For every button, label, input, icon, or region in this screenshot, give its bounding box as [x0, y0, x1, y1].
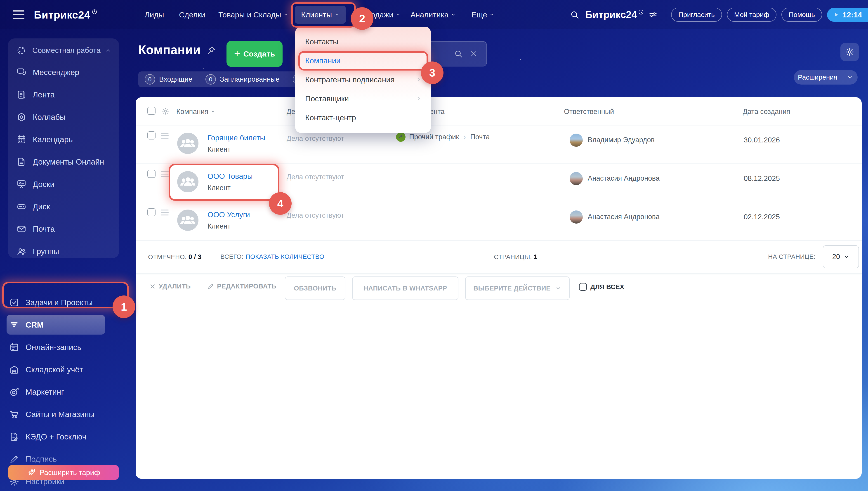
extensions-button[interactable]: Расширения [794, 70, 858, 85]
whatsapp-button[interactable]: НАПИСАТЬ В WHATSAPP [352, 277, 458, 300]
nav-item[interactable]: Продажи [361, 0, 400, 29]
chevron-up-icon [104, 47, 112, 54]
menu-icon[interactable] [13, 10, 24, 19]
timer-widget[interactable]: 12:14 [827, 8, 868, 22]
sidebar-item-задачи и проекты[interactable]: Задачи и Проекты [0, 291, 127, 314]
people-avatar-icon [177, 209, 199, 231]
counter-chip[interactable]: 0 Входящие [145, 74, 192, 85]
marked-counter: ОТМЕЧЕНО:0 / 3 [148, 253, 202, 261]
topbar-right: Битрикс24 Пригласить Мой тариф Помощь 12… [570, 0, 868, 29]
sidebar-item[interactable]: Почта [8, 218, 119, 240]
responsible-name[interactable]: Анастасия Андронова [588, 174, 660, 182]
activities-status: Дела отсутствуют [287, 211, 344, 220]
sidebar-group-panel: Совместная работа Мессенджер Лента Колла… [8, 38, 119, 258]
company-link[interactable]: Горящие билеты [208, 134, 265, 142]
sidebar-item[interactable]: Доски [8, 173, 119, 195]
chevron-down-icon [396, 12, 400, 17]
sidebar-item-кэдо + госключ[interactable]: КЭДО + Госключ [0, 426, 127, 448]
drag-handle-icon[interactable] [161, 171, 169, 177]
drag-handle-icon[interactable] [161, 209, 169, 215]
close-icon [150, 284, 155, 289]
counter-chip[interactable]: 0 Запланированные [206, 74, 279, 85]
sliders-icon[interactable] [649, 10, 658, 19]
sidebar-item-crm[interactable]: CRM [0, 314, 127, 336]
sidebar-item-складской учёт[interactable]: Складской учёт [0, 358, 127, 381]
search-icon[interactable] [454, 49, 463, 58]
sidebar-item-сайты и магазины[interactable]: Сайты и Магазины [0, 403, 127, 426]
company-type: Клиент [208, 145, 231, 153]
messenger-icon [16, 67, 27, 78]
menu-item-4[interactable]: Контакт-центр [295, 108, 431, 127]
sidebar-item[interactable]: Диск [8, 195, 119, 218]
column-header[interactable]: Компания [176, 108, 215, 116]
nav-item[interactable]: Лиды [145, 0, 164, 29]
row-checkbox[interactable] [147, 170, 155, 178]
column-header[interactable]: Дата создания [743, 108, 790, 116]
responsible-name[interactable]: Владимир Эдуардов [588, 136, 655, 144]
search-icon[interactable] [570, 10, 579, 20]
per-page-select[interactable]: 20 [823, 245, 859, 268]
shop-icon [9, 409, 20, 420]
invite-button[interactable]: Пригласить [671, 8, 722, 22]
sidebar-item[interactable]: Документы Онлайн [8, 150, 119, 173]
show-count-link[interactable]: ПОКАЗАТЬ КОЛИЧЕСТВО [246, 253, 324, 260]
sidebar-item-маркетинг[interactable]: Маркетинг [0, 381, 127, 403]
rocket-icon [27, 468, 35, 477]
company-type: Клиент [208, 184, 231, 192]
gear-icon[interactable] [161, 107, 170, 115]
nav-item[interactable]: Еще [472, 0, 495, 29]
sidebar-item[interactable]: Мессенджер [8, 61, 119, 83]
edit-button[interactable]: РЕДАКТИРОВАТЬ [208, 283, 276, 290]
company-link[interactable]: ООО Товары [208, 172, 253, 181]
sidebar-group-header[interactable]: Совместная работа [8, 41, 119, 59]
menu-item-2[interactable]: Контрагенты подписания [295, 70, 431, 89]
for-all-checkbox[interactable]: ДЛЯ ВСЕХ [579, 283, 624, 291]
traffic-source-icon [396, 132, 406, 142]
kedo-icon [9, 432, 20, 442]
create-button[interactable]: + Создать [227, 41, 282, 67]
activities-status: Дела отсутствуют [287, 135, 344, 143]
call-button[interactable]: ОБЗВОНИТЬ [285, 277, 346, 300]
select-all-checkbox[interactable] [147, 107, 155, 115]
row-checkbox[interactable] [147, 208, 155, 216]
choose-action-select[interactable]: ВЫБЕРИТЕ ДЕЙСТВИЕ [465, 277, 570, 300]
company-avatar [177, 133, 199, 154]
menu-item-1[interactable]: Компании [295, 51, 431, 70]
delete-button[interactable]: УДАЛИТЬ [150, 283, 191, 290]
created-date: 02.12.2025 [744, 213, 780, 221]
search-icon [570, 10, 579, 20]
nav-item-clients[interactable]: Клиенты [295, 6, 346, 24]
my-plan-button[interactable]: Мой тариф [727, 8, 776, 22]
sidebar-item[interactable]: Календарь [8, 128, 119, 150]
pin-icon[interactable] [207, 46, 216, 55]
company-avatar [177, 171, 199, 192]
help-button[interactable]: Помощь [781, 8, 822, 22]
sidebar-item[interactable]: Лента [8, 83, 119, 106]
menu-item-3[interactable]: Поставщики [295, 89, 431, 108]
nav-item[interactable]: Товары и Склады [218, 0, 289, 29]
sidebar-item[interactable]: Группы [8, 240, 119, 262]
gear-icon [845, 47, 855, 57]
nav-item[interactable]: Аналитика [411, 0, 456, 29]
clear-search-icon[interactable] [470, 50, 477, 58]
upgrade-plan-button[interactable]: Расширить тариф [8, 465, 119, 480]
drag-handle-icon[interactable] [161, 133, 169, 139]
clock-icon [638, 9, 644, 15]
row-checkbox[interactable] [147, 131, 155, 140]
sidebar-item-онлайн-запись[interactable]: Онлайн-запись [0, 336, 127, 358]
app-logo: Битрикс24 [34, 0, 97, 29]
nav-item[interactable]: Сделки [179, 0, 205, 29]
chevron-down-icon [844, 254, 849, 260]
view-settings-button[interactable] [840, 43, 859, 61]
menu-item-0[interactable]: Контакты [295, 32, 431, 51]
responsible-name[interactable]: Анастасия Андронова [588, 213, 660, 221]
journey-icon [398, 134, 404, 140]
timer-value: 12:14 [842, 10, 862, 19]
chevron-right-icon [416, 77, 422, 83]
column-header[interactable]: Ответственный [564, 108, 614, 116]
sidebar-item[interactable]: Коллабы [8, 106, 119, 128]
company-avatar [177, 209, 199, 231]
company-link[interactable]: ООО Услуги [208, 210, 250, 219]
table-header: КомпанияДелаПуть клиентаОтветственныйДат… [136, 97, 862, 125]
play-icon [833, 11, 839, 18]
